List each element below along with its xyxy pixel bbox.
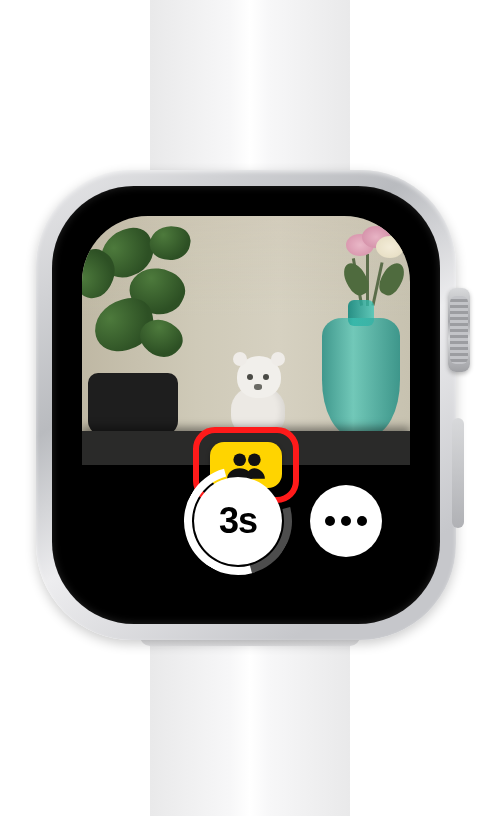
- watch-band-bottom: [150, 616, 350, 816]
- ellipsis-icon: [325, 516, 367, 526]
- camera-controls: 3s: [82, 471, 410, 571]
- watch-bezel: 3s: [52, 186, 440, 624]
- watch-screen: 3s: [82, 216, 410, 594]
- digital-crown[interactable]: [448, 288, 470, 372]
- scene-plant-left: [82, 220, 216, 435]
- scene-vase: [312, 276, 408, 436]
- more-options-button[interactable]: [310, 485, 382, 557]
- svg-point-0: [233, 454, 246, 467]
- side-button[interactable]: [452, 418, 464, 528]
- scene-figurine: [223, 356, 293, 436]
- shutter-timer-button[interactable]: 3s: [194, 477, 282, 565]
- svg-point-1: [248, 454, 261, 467]
- timer-label: 3s: [219, 500, 257, 542]
- camera-viewfinder[interactable]: [82, 216, 410, 465]
- watch-case: 3s: [36, 170, 456, 640]
